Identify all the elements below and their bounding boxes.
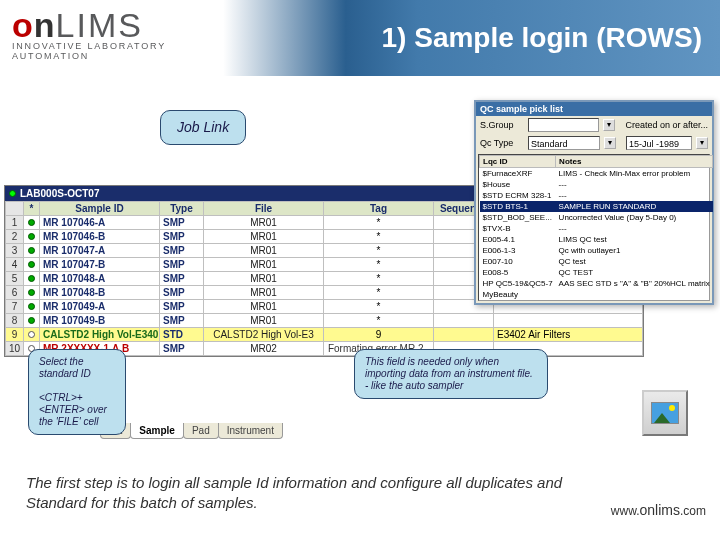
cell-type[interactable]: SMP <box>160 258 204 272</box>
qctype-input[interactable]: Standard <box>528 136 600 150</box>
cell-rownum: 2 <box>6 230 24 244</box>
cell-sample-id[interactable]: MR 107046-B <box>40 230 160 244</box>
cell-type[interactable]: SMP <box>160 286 204 300</box>
cell-type[interactable]: SMP <box>160 272 204 286</box>
cell-type[interactable]: SMP <box>160 216 204 230</box>
picklist-row[interactable]: $TVX-B--- <box>480 223 713 234</box>
table-row[interactable]: 8MR 107049-BSMPMR01* <box>6 314 643 328</box>
tab-pad[interactable]: Pad <box>183 423 219 439</box>
cell-sample-id[interactable]: MR 107049-B <box>40 314 160 328</box>
tab-instrument[interactable]: Instrument <box>218 423 283 439</box>
cell-type[interactable]: SMP <box>160 244 204 258</box>
cell-file[interactable]: MR01 <box>204 272 324 286</box>
cell-file[interactable]: MR01 <box>204 258 324 272</box>
cell-sample-id[interactable]: MR 107049-A <box>40 300 160 314</box>
logo-o-glyph: o <box>12 6 34 45</box>
dropdown-icon[interactable]: ▾ <box>696 137 708 149</box>
picklist-row[interactable]: HP QC5-19&QC5-7AAS SEC STD s "A" & "B" 2… <box>480 278 713 289</box>
callout-select-id: Select the standard ID <CTRL>+ <ENTER> o… <box>28 349 126 435</box>
qc-picklist-window[interactable]: QC sample pick list S.Group ▾ Created on… <box>474 100 714 305</box>
cell-rownum: 4 <box>6 258 24 272</box>
tab-sample[interactable]: Sample <box>130 423 184 439</box>
picklist-row[interactable]: $STD BTS-1SAMPLE RUN STANDARD <box>480 201 713 212</box>
created-label: Created on or after... <box>625 120 708 130</box>
cell-rownum: 7 <box>6 300 24 314</box>
col-type[interactable]: Type <box>160 202 204 216</box>
cell-tag[interactable]: * <box>324 314 434 328</box>
cell-sequence[interactable] <box>434 328 494 342</box>
batch-id: LAB000S-OCT07 <box>20 188 99 199</box>
cell-type[interactable]: SMP <box>160 314 204 328</box>
picklist-row[interactable]: E005-4.1LIMS QC test <box>480 234 713 245</box>
cell-sample-id[interactable]: CALSTD2 High Vol-E340 <box>40 328 160 342</box>
cell-sample-id[interactable]: MR 107048-A <box>40 272 160 286</box>
table-row[interactable]: 9CALSTD2 High Vol-E340STDCALSTD2 High Vo… <box>6 328 643 342</box>
cell-tag[interactable]: * <box>324 230 434 244</box>
picklist-row[interactable]: $FurnaceXRFLIMS - Check Min-Max error pr… <box>480 168 713 179</box>
cell-tag[interactable]: * <box>324 244 434 258</box>
col-sample-id[interactable]: Sample ID <box>40 202 160 216</box>
cell-sample-id[interactable]: MR 107047-A <box>40 244 160 258</box>
cell-rownum: 6 <box>6 286 24 300</box>
cell-file[interactable]: MR02 <box>204 342 324 356</box>
cell-sequence[interactable] <box>434 314 494 328</box>
cell-status <box>24 272 40 286</box>
created-date-input[interactable]: 15-Jul -1989 <box>626 136 692 150</box>
picklist-row[interactable]: E006-1-3Qc with outlayer1 <box>480 245 713 256</box>
cell-extra[interactable] <box>494 314 643 328</box>
cell-file[interactable]: MR01 <box>204 244 324 258</box>
footer-url: www.onlims.com <box>611 502 706 518</box>
cell-status <box>24 244 40 258</box>
picklist-title: QC sample pick list <box>476 102 712 116</box>
cell-status <box>24 258 40 272</box>
cell-tag[interactable]: 9 <box>324 328 434 342</box>
picklist-row[interactable]: $House--- <box>480 179 713 190</box>
dropdown-icon[interactable]: ▾ <box>603 119 615 131</box>
cell-status <box>24 230 40 244</box>
cell-tag[interactable]: * <box>324 286 434 300</box>
cell-tag[interactable]: * <box>324 300 434 314</box>
cell-type[interactable]: SMP <box>160 300 204 314</box>
cell-tag[interactable]: * <box>324 272 434 286</box>
picklist-row[interactable]: $STD_BOD_SEE...Uncorrected Value (Day 5-… <box>480 212 713 223</box>
dropdown-icon[interactable]: ▾ <box>604 137 616 149</box>
picklist-row[interactable]: E007-10QC test <box>480 256 713 267</box>
callout-joblink: Job Link <box>160 110 246 145</box>
status-dot-icon <box>9 190 16 197</box>
cell-file[interactable]: MR01 <box>204 314 324 328</box>
cell-sample-id[interactable]: MR 107046-A <box>40 216 160 230</box>
picklist-row[interactable]: E008-5QC TEST <box>480 267 713 278</box>
cell-rownum: 10 <box>6 342 24 356</box>
cell-type[interactable]: SMP <box>160 230 204 244</box>
picklist-list[interactable]: Lqc ID Notes $FurnaceXRFLIMS - Check Min… <box>478 154 710 301</box>
cell-rownum: 1 <box>6 216 24 230</box>
cell-tag[interactable]: * <box>324 258 434 272</box>
picklist-col-notes[interactable]: Notes <box>556 156 713 168</box>
cell-type[interactable]: SMP <box>160 342 204 356</box>
cell-status <box>24 328 40 342</box>
col-file[interactable]: File <box>204 202 324 216</box>
col-rownum <box>6 202 24 216</box>
cell-file[interactable]: CALSTD2 High Vol-E3 <box>204 328 324 342</box>
cell-sample-id[interactable]: MR 107048-B <box>40 286 160 300</box>
cell-extra[interactable]: E3402 Air Filters <box>494 328 643 342</box>
picture-icon[interactable] <box>642 390 688 436</box>
cell-tag[interactable]: * <box>324 216 434 230</box>
cell-status <box>24 314 40 328</box>
cell-rownum: 9 <box>6 328 24 342</box>
picklist-row[interactable]: $STD ECRM 328-1--- <box>480 190 713 201</box>
cell-file[interactable]: MR01 <box>204 286 324 300</box>
sgroup-input[interactable] <box>528 118 599 132</box>
sgroup-label: S.Group <box>480 120 524 130</box>
col-tag[interactable]: Tag <box>324 202 434 216</box>
cell-sample-id[interactable]: MR 107047-B <box>40 258 160 272</box>
cell-type[interactable]: STD <box>160 328 204 342</box>
logo-tagline: INNOVATIVE LABORATORY AUTOMATION <box>12 41 242 61</box>
cell-file[interactable]: MR01 <box>204 230 324 244</box>
cell-file[interactable]: MR01 <box>204 216 324 230</box>
footer-text: The first step is to login all sample Id… <box>26 473 600 512</box>
picklist-row[interactable]: MyBeauty <box>480 289 713 300</box>
picklist-col-lqc[interactable]: Lqc ID <box>480 156 556 168</box>
col-star[interactable]: * <box>24 202 40 216</box>
cell-file[interactable]: MR01 <box>204 300 324 314</box>
